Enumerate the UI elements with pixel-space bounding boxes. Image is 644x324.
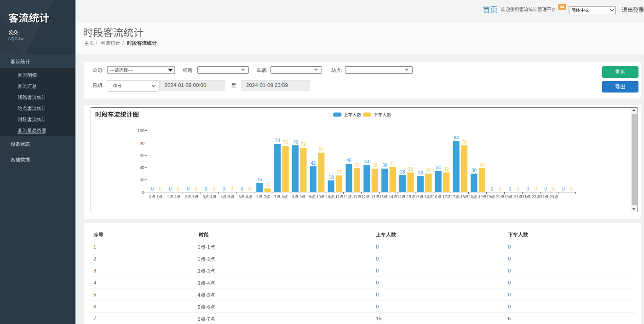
svg-text:0: 0: [508, 268, 511, 273]
svg-text:2024-01-09 23:59: 2024-01-09 23:59: [246, 82, 288, 88]
svg-text:38: 38: [372, 163, 378, 168]
svg-text:2024-01-09 00:00: 2024-01-09 00:00: [165, 82, 207, 88]
svg-text:0: 0: [526, 186, 529, 191]
svg-text:0: 0: [570, 186, 573, 191]
svg-text:30: 30: [426, 168, 431, 173]
svg-text:44: 44: [364, 159, 370, 164]
svg-text:75: 75: [283, 140, 288, 145]
svg-text:0: 0: [142, 190, 144, 195]
svg-text:6: 6: [508, 316, 511, 321]
svg-text:0: 0: [205, 186, 207, 191]
svg-text:2: 2: [93, 256, 96, 261]
svg-text:76: 76: [462, 139, 467, 145]
svg-text:15: 15: [257, 177, 263, 182]
svg-text:0: 0: [491, 186, 494, 191]
svg-text:0: 0: [187, 186, 190, 191]
svg-text:0: 0: [230, 186, 233, 191]
svg-text:30: 30: [472, 168, 477, 173]
svg-text:76: 76: [293, 139, 298, 145]
svg-text:32: 32: [444, 167, 449, 172]
svg-text:0: 0: [169, 186, 172, 191]
svg-text:3: 3: [93, 268, 96, 273]
svg-text:6: 6: [266, 183, 269, 188]
svg-text:0: 0: [562, 186, 565, 191]
svg-text:15: 15: [376, 316, 381, 321]
svg-text:0: 0: [508, 304, 511, 309]
svg-text:0: 0: [508, 186, 511, 191]
svg-text:60: 60: [139, 152, 144, 157]
svg-text:AQGJ: AQGJ: [8, 36, 20, 41]
svg-text:5: 5: [93, 292, 96, 297]
svg-text:0: 0: [499, 186, 501, 191]
svg-text:39: 39: [354, 162, 360, 168]
svg-text:0: 0: [213, 186, 215, 191]
svg-text:0: 0: [376, 304, 379, 309]
svg-text:0: 0: [535, 186, 537, 191]
svg-text:0: 0: [376, 280, 379, 285]
svg-text:0: 0: [552, 186, 555, 191]
svg-text:/: /: [122, 40, 124, 46]
svg-text:0: 0: [159, 186, 162, 191]
svg-text:0: 0: [195, 186, 198, 191]
svg-text:46: 46: [346, 158, 352, 163]
svg-text:0: 0: [508, 280, 511, 285]
svg-text:38: 38: [382, 163, 388, 168]
svg-text:80: 80: [139, 140, 144, 145]
svg-text:72: 72: [301, 142, 306, 147]
svg-text:28: 28: [400, 169, 406, 174]
svg-text:64: 64: [319, 147, 324, 152]
svg-text:6: 6: [93, 304, 96, 309]
svg-text:0: 0: [517, 186, 519, 191]
svg-text:0: 0: [151, 186, 154, 191]
svg-text:40: 40: [139, 165, 144, 170]
svg-text:83: 83: [454, 135, 459, 140]
svg-text:4: 4: [93, 280, 96, 285]
svg-text:27: 27: [337, 170, 342, 175]
svg-text:0: 0: [376, 292, 379, 297]
svg-text:/: /: [96, 40, 98, 46]
svg-text:26: 26: [418, 170, 423, 175]
svg-text:0: 0: [508, 256, 511, 261]
svg-text:0: 0: [508, 292, 511, 297]
svg-text:100: 100: [137, 128, 144, 133]
svg-text:7: 7: [93, 316, 96, 321]
svg-text:0: 0: [241, 186, 243, 191]
svg-text:1: 1: [93, 244, 96, 249]
svg-text:0: 0: [223, 186, 225, 191]
svg-text:39: 39: [479, 162, 485, 168]
svg-text:0: 0: [376, 256, 379, 261]
svg-text:19: 19: [328, 175, 334, 180]
svg-text:41: 41: [390, 161, 396, 166]
svg-text:0: 0: [508, 244, 511, 249]
svg-text:34: 34: [436, 165, 441, 170]
svg-text:0: 0: [177, 186, 180, 191]
svg-text:42: 42: [310, 161, 316, 166]
svg-text:78: 78: [275, 138, 281, 143]
svg-text:32: 32: [408, 167, 414, 172]
svg-text:0: 0: [248, 186, 251, 191]
svg-text:0: 0: [376, 244, 379, 249]
svg-text:0: 0: [544, 186, 547, 191]
svg-text:20: 20: [139, 177, 144, 182]
svg-text:34: 34: [560, 5, 564, 9]
svg-text:0: 0: [376, 268, 379, 273]
